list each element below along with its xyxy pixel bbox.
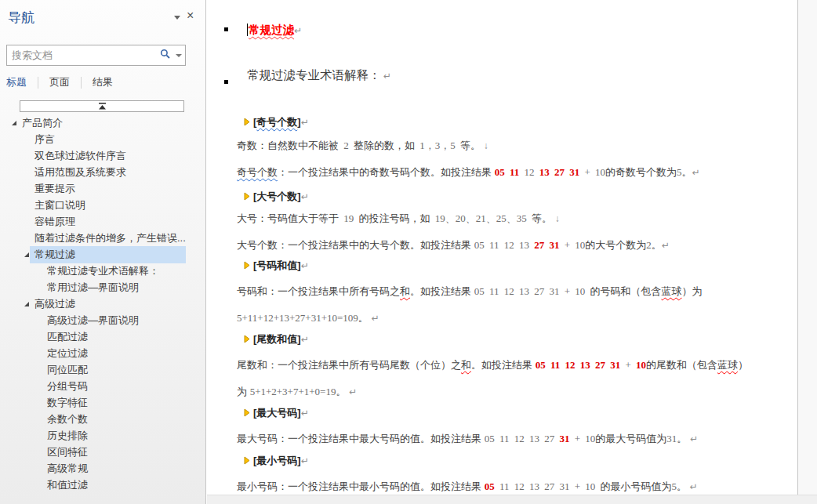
tree-item[interactable]: 常规过滤 (0, 246, 206, 263)
text-segment: 31 (559, 433, 569, 444)
body-paragraph: 号码和：一个投注结果中所有号码之和。如投注结果 05 11 12 13 27 3… (237, 284, 702, 299)
text-segment: + (620, 359, 636, 371)
text-segment: 05 11 12 13 27 31 (536, 359, 621, 371)
text-segment: + 10 (579, 166, 605, 178)
text-segment: 。如投注结果 (410, 285, 474, 297)
navigation-tabs: 标题 页面 结果 (6, 75, 113, 89)
vertical-scrollbar-track[interactable] (797, 0, 817, 495)
close-icon[interactable]: × (187, 9, 194, 22)
tab-headings[interactable]: 标题 (6, 75, 27, 89)
text-segment: 常规过滤专业术语解释： (247, 68, 381, 82)
tree-item[interactable]: 双色球过滤软件序言 (0, 147, 206, 164)
text-segment: + 10 (569, 433, 595, 444)
text-segment: ↵ (690, 433, 698, 444)
tree-item-label: 常规过滤专业术语解释： (42, 263, 186, 280)
heading-collapse-triangle-icon[interactable] (244, 406, 250, 422)
text-segment: 。 (336, 386, 349, 397)
tree-item-label: 产品简介 (17, 114, 186, 132)
text-segment: 13 27 31 (539, 166, 580, 178)
document-page[interactable]: 常规过滤↵常规过滤专业术语解释： ↵[奇号个数]↵奇数：自然数中不能被 2 整除… (207, 0, 797, 495)
tree-item-label: 同位匹配 (42, 361, 186, 379)
tree-item[interactable]: 适用范围及系统要求 (0, 164, 206, 180)
text-segment: ↵ (371, 313, 379, 324)
text-segment: + 10 (559, 239, 585, 251)
text-segment: 大号：号码值大于等于 (237, 212, 339, 224)
section-heading: [尾数和值]↵ (244, 332, 309, 348)
heading-collapse-triangle-icon[interactable] (244, 332, 250, 348)
navigation-pane-title: 导航 (8, 9, 34, 27)
tree-item[interactable]: 和值过滤 (0, 477, 206, 493)
tree-item[interactable]: 随着过滤条件的增多，产生错误... (0, 230, 206, 246)
tree-item[interactable]: 重要提示 (0, 180, 206, 197)
navigation-pane: 导航 × 标题 页面 结果 产品简介序言双 (0, 0, 206, 504)
jump-to-top-button[interactable] (20, 100, 184, 112)
text-segment: 常规过滤 (249, 24, 294, 36)
section-heading: [号码和值]↵ (244, 258, 309, 274)
tree-item[interactable]: 区间特征 (0, 444, 206, 460)
tree-item[interactable]: 高级过滤—界面说明 (0, 312, 206, 328)
word-window: 导航 × 标题 页面 结果 产品简介序言双 (0, 0, 817, 504)
heading-collapse-triangle-icon[interactable] (244, 115, 250, 131)
text-segment: ↵ (301, 191, 309, 202)
text-segment: 的最大号码值为 (595, 433, 666, 444)
horizontal-scrollbar-track[interactable] (207, 495, 817, 504)
tree-item[interactable]: 高级过滤 (0, 296, 206, 312)
tree-item-label: 数字特征 (42, 394, 186, 412)
text-segment: 大号个数：一个投注结果中的大号个数。如投注结果 (237, 239, 474, 251)
tree-item-label: 主窗口说明 (30, 197, 186, 214)
text-segment: 奇数：自然数中不能被 (237, 140, 339, 151)
text-segment: 的投注号码，如 (359, 212, 430, 224)
tree-item[interactable]: 分组号码 (0, 378, 206, 394)
text-segment: ↵ (690, 481, 698, 492)
tree-item[interactable]: 高级常规 (0, 460, 206, 477)
search-icon[interactable] (160, 49, 171, 63)
tab-pages[interactable]: 页面 (49, 75, 70, 89)
tab-separator (38, 77, 38, 89)
text-segment: 的尾数和（包含 (646, 359, 717, 371)
tree-item[interactable]: 主窗口说明 (0, 197, 206, 213)
text-segment: 的号码和（包含 (590, 285, 661, 297)
tab-results[interactable]: 结果 (93, 75, 113, 89)
tree-item-label: 序言 (30, 131, 186, 148)
heading-collapse-triangle-icon[interactable] (244, 190, 250, 205)
search-options-dropdown-icon[interactable] (176, 54, 182, 57)
text-segment: 19、20、21、25、35 (430, 212, 532, 224)
section-heading: [大号个数]↵ (244, 189, 309, 205)
tree-item-label: 定位过滤 (42, 345, 186, 362)
text-segment: 05 11 12 13 27 (485, 433, 560, 444)
tree-item[interactable]: 序言 (0, 131, 206, 147)
tree-item-label: 随着过滤条件的增多，产生错误... (30, 230, 186, 247)
body-paragraph: 5+11+12+13+27+31+10=109。 ↵ (237, 310, 379, 326)
tree-item-label: 容错原理 (30, 213, 186, 230)
tree-item[interactable]: 余数个数 (0, 411, 206, 427)
text-segment: ↵ (662, 240, 670, 251)
tree-item[interactable]: 同位匹配 (0, 361, 206, 378)
search-box[interactable] (6, 45, 186, 66)
text-segment: 05 11 12 13 27 31 + 10 (474, 285, 590, 297)
tree-item[interactable]: 匹配过滤 (0, 328, 206, 345)
body-paragraph: 尾数和：一个投注结果中所有号码尾数（个位）之和。如投注结果 05 11 12 1… (237, 357, 748, 373)
tree-item[interactable]: 常用过滤—界面说明 (0, 279, 206, 296)
tree-item-label: 余数个数 (42, 411, 186, 428)
tree-item[interactable]: 定位过滤 (0, 345, 206, 361)
text-segment: 1，3，5 (415, 140, 460, 151)
text-segment: [最大号码] (253, 407, 301, 419)
text-segment: [号码和值] (253, 259, 301, 271)
text-segment: 05 11 (495, 166, 520, 178)
tree-item[interactable]: 常规过滤专业术语解释： (0, 263, 206, 279)
text-segment: 。如投注结果 (471, 359, 536, 371)
text-segment: ↵ (692, 167, 700, 178)
pane-options-dropdown-icon[interactable] (174, 16, 180, 20)
text-segment: ：一个投注结果中的奇数号码个数。如投注结果 (278, 166, 495, 178)
tree-item[interactable]: 容错原理 (0, 213, 206, 230)
tree-item[interactable]: 历史排除 (0, 427, 206, 444)
heading-collapse-triangle-icon[interactable] (244, 259, 250, 274)
text-segment: 等。 (460, 140, 484, 151)
search-input[interactable] (12, 49, 160, 61)
heading-collapse-triangle-icon[interactable] (244, 454, 250, 470)
text-segment: 。 (358, 312, 372, 324)
tree-item[interactable]: 数字特征 (0, 394, 206, 411)
text-segment: 5+11+12+13+27+31+10=109 (237, 312, 358, 324)
tree-item[interactable]: 产品简介 (0, 114, 206, 131)
text-segment: 奇号个数 (237, 166, 278, 178)
